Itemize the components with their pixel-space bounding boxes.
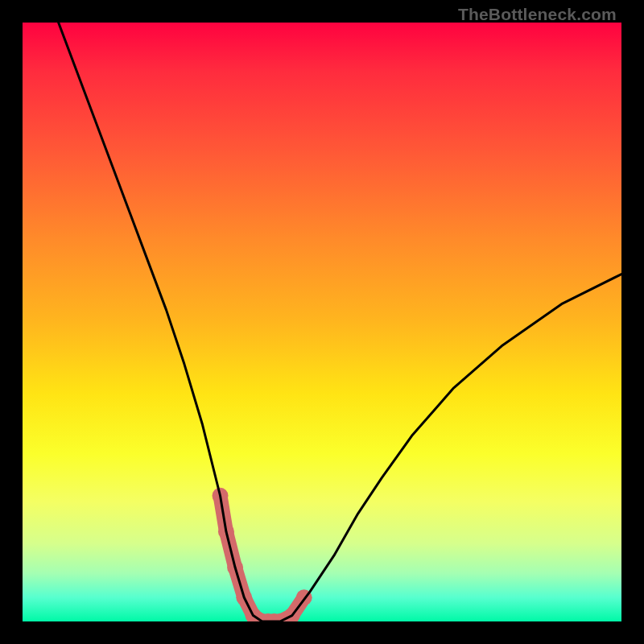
band-dot (260, 613, 276, 621)
band-dot (272, 613, 288, 621)
minimum-band-path (221, 496, 304, 621)
minimum-band-layer (213, 488, 312, 621)
chart-svg (23, 23, 621, 621)
chart-frame: TheBottleneck.com (0, 0, 644, 644)
band-dot (245, 608, 261, 621)
minimum-band-dots (213, 488, 312, 621)
band-dot (236, 589, 252, 605)
curve-layer (59, 23, 621, 621)
bottleneck-curve-path (59, 23, 621, 621)
band-dot (213, 488, 229, 504)
band-dot (266, 613, 282, 621)
band-dot (254, 613, 270, 621)
band-dot (296, 589, 312, 605)
band-dot (284, 608, 300, 621)
band-dot (227, 559, 243, 576)
band-dot (218, 523, 234, 539)
watermark-text: TheBottleneck.com (458, 5, 617, 24)
plot-area (23, 23, 621, 621)
